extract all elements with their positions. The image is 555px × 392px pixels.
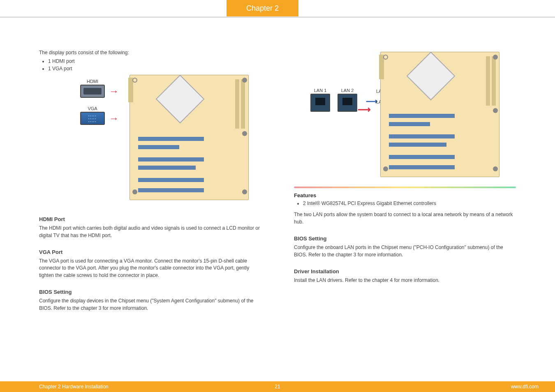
chapter-tab: Chapter 2	[227, 0, 298, 16]
header-divider	[0, 16, 555, 18]
vga-connector-icon	[80, 112, 105, 125]
vga-port-heading: VGA Port	[39, 249, 261, 255]
arrow-icon: →	[109, 85, 119, 97]
features-list: 2 Intel® WG82574L PCI Express Gigabit Et…	[303, 200, 516, 207]
hdmi-port-heading: HDMI Port	[39, 216, 261, 222]
left-column: The display ports consist of the followi…	[0, 25, 278, 378]
bios-body-right: Configure the onboard LAN ports in the C…	[294, 244, 516, 258]
port-item-hdmi: 1 HDMI port	[48, 58, 261, 65]
hdmi-caption: HDMI	[80, 79, 105, 84]
lan1-over-label: LAN 1	[310, 88, 330, 93]
lan1-connector-icon	[310, 94, 330, 112]
right-column: LAN 1 LAN 2 ⟶ ⟶ LAN 1 LAN 2 Feature	[278, 25, 555, 378]
bios-heading-right: BIOS Setting	[294, 235, 516, 242]
bios-body-left: Configure the display devices in the Chi…	[39, 297, 261, 312]
lan2-over-label: LAN 2	[338, 88, 357, 93]
arrow-icon: ⟶	[358, 104, 371, 115]
gradient-divider	[294, 187, 516, 188]
hdmi-callout: HDMI →	[80, 79, 120, 98]
features-heading: Features	[294, 192, 516, 198]
left-intro: The display ports consist of the followi…	[39, 49, 261, 56]
lan-callouts: LAN 1 LAN 2	[310, 88, 361, 112]
page-body: The display ports consist of the followi…	[0, 25, 555, 378]
vga-port-body: The VGA port is used for connecting a VG…	[39, 258, 261, 279]
vga-caption: VGA	[80, 106, 105, 111]
vga-callout: VGA →	[80, 106, 120, 125]
bios-heading-left: BIOS Setting	[39, 289, 261, 295]
left-diagram: HDMI → VGA →	[39, 75, 261, 206]
motherboard-diagram	[130, 75, 249, 200]
driver-body: Install the LAN drivers. Refer to the ch…	[294, 277, 516, 284]
feature-item: 2 Intel® WG82574L PCI Express Gigabit Et…	[303, 200, 516, 207]
hdmi-connector-icon	[80, 85, 105, 98]
footer-left: Chapter 2 Hardware Installation	[39, 384, 109, 390]
driver-heading: Driver Installation	[294, 268, 516, 274]
arrow-icon: →	[109, 113, 119, 124]
page-number: 21	[275, 384, 280, 390]
left-port-list: 1 HDMI port 1 VGA port	[48, 58, 261, 72]
lan2-connector-icon	[338, 94, 357, 112]
hdmi-port-body: The HDMI port which carries both digital…	[39, 225, 261, 239]
lan-intro-body: The two LAN ports allow the system board…	[294, 211, 516, 226]
port-callouts: HDMI → VGA →	[80, 79, 120, 133]
footer-bar: Chapter 2 Hardware Installation 21 www.d…	[0, 381, 555, 392]
right-diagram: LAN 1 LAN 2 ⟶ ⟶ LAN 1 LAN 2	[294, 52, 516, 179]
port-item-vga: 1 VGA port	[48, 65, 261, 72]
motherboard-diagram	[380, 52, 500, 177]
footer-right: www.dfi.com	[511, 384, 539, 390]
